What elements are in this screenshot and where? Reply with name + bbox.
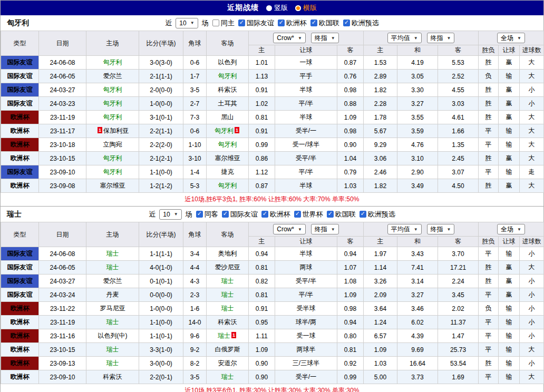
eu-draw-odds-cell: 3.27 [397, 288, 438, 302]
layout-option-vertical[interactable]: 竖版 [266, 3, 288, 13]
filter-option-1[interactable]: 同客 [196, 210, 218, 219]
away-team-name[interactable]: 匈牙利 [218, 182, 237, 189]
filter-option-3[interactable]: 欧洲杯 [261, 210, 290, 219]
away-team-name[interactable]: 瑞士 [221, 373, 234, 380]
score-cell: 2-2(0-1) [139, 370, 183, 384]
away-team-name[interactable]: 匈牙利 [215, 127, 234, 134]
filter-option-3[interactable]: 欧洲杯 [278, 18, 307, 28]
away-team-name[interactable]: 土耳其 [218, 100, 237, 107]
home-team-name[interactable]: 瑞士 [106, 263, 119, 271]
average-select[interactable]: 平均值▼ [387, 224, 422, 234]
subheader-eu-home: 主 [364, 237, 397, 247]
away-team-name[interactable]: 塞尔维亚 [215, 154, 240, 162]
away-team-name[interactable]: 爱沙尼亚 [215, 263, 240, 271]
goals-result-cell: 大 [520, 370, 544, 384]
chevron-down-icon: ▼ [174, 212, 178, 217]
filter-option-4[interactable]: 欧国联 [310, 18, 339, 28]
away-team-name[interactable]: 瑞士 [221, 291, 234, 298]
ah-away-odds-cell: 0.94 [337, 316, 364, 329]
home-team-name[interactable]: 以色列(中) [98, 332, 128, 339]
away-team-name[interactable]: 匈牙利 [218, 72, 237, 80]
fulltime-select[interactable]: 全场▼ [497, 224, 525, 234]
filter-option-2[interactable]: 国际友谊 [222, 210, 258, 219]
filter-option-6[interactable]: 欧洲预选 [360, 210, 395, 219]
handicap-selects: Crow*▼终指▼ [249, 33, 363, 43]
away-team-name[interactable]: 科索沃 [218, 86, 237, 93]
recent-count-select[interactable]: 10▼ [176, 18, 198, 28]
column-header-type: 类型 [1, 222, 39, 247]
filter-option-4[interactable]: 世界杯 [294, 210, 323, 219]
away-team-name[interactable]: 白俄罗斯 [215, 346, 240, 353]
home-team-name[interactable]: 爱尔兰 [103, 277, 122, 285]
result-cell: 负 [479, 70, 499, 83]
away-team-name[interactable]: 安道尔 [218, 359, 237, 367]
handicap-result-cell: 输 [499, 357, 520, 370]
filter-option-1[interactable]: 同主 [212, 18, 235, 28]
home-team-name[interactable]: 匈牙利 [103, 86, 122, 93]
away-team-name[interactable]: 黑山 [221, 113, 234, 121]
date-cell: 24-03-27 [39, 275, 86, 288]
filter-option-5[interactable]: 欧洲预选 [343, 18, 379, 28]
away-team-name[interactable]: 科索沃 [218, 318, 237, 326]
result-cell: 胜 [479, 97, 499, 111]
eu-away-odds-cell: 2.02 [438, 302, 479, 316]
home-team-name[interactable]: 科索沃 [103, 373, 122, 380]
team-section-2: 瑞士近10▼场同客国际友谊欧洲杯世界杯欧国联欧洲预选类型日期主场比分(半场)角球… [1, 206, 543, 392]
bookmaker-select[interactable]: Crow*▼ [273, 224, 306, 234]
fulltime-selects: 全场▼ [479, 224, 543, 234]
home-team-name[interactable]: 匈牙利 [103, 100, 122, 107]
ah-line-cell: 受一/球半 [275, 138, 337, 152]
away-team-cell: 黑山 [207, 111, 249, 124]
eu-home-odds-cell: 6.57 [364, 329, 397, 343]
goals-result-cell: 大 [520, 152, 544, 165]
home-team-name[interactable]: 匈牙利 [103, 113, 122, 121]
filter-option-5[interactable]: 欧国联 [327, 210, 356, 219]
average-select[interactable]: 平均值▼ [387, 33, 422, 43]
europe-final-select[interactable]: 终指▼ [427, 224, 455, 234]
ah-away-odds-cell: 0.80 [337, 329, 364, 343]
home-team-name[interactable]: 瑞士 [106, 346, 119, 353]
home-team-name[interactable]: 瑞士 [106, 359, 119, 367]
ah-home-odds-cell: 0.91 [249, 83, 275, 97]
eu-draw-odds-cell: 4.19 [397, 56, 438, 70]
away-team-name[interactable]: 以色列 [218, 58, 237, 66]
eu-home-odds-cell: 2.28 [364, 97, 397, 111]
fulltime-select[interactable]: 全场▼ [497, 33, 525, 43]
home-team-name[interactable]: 瑞士 [106, 250, 119, 257]
home-team-name[interactable]: 瑞士 [106, 318, 119, 326]
handicap-final-select[interactable]: 终指▼ [311, 224, 339, 234]
europe-final-select[interactable]: 终指▼ [427, 33, 455, 43]
away-team-name[interactable]: 瑞士 [221, 277, 234, 285]
home-team-name[interactable]: 丹麦 [106, 291, 119, 298]
home-team-name[interactable]: 匈牙利 [103, 154, 122, 162]
recent-count-select[interactable]: 10▼ [159, 209, 181, 220]
filter-option-2[interactable]: 国际友谊 [238, 18, 274, 28]
home-team-name[interactable]: 罗马尼亚 [100, 305, 125, 312]
away-team-name[interactable]: 奥地利 [218, 250, 237, 257]
eu-home-odds-cell: 1.24 [364, 316, 397, 329]
ah-away-odds-cell: 0.98 [337, 302, 364, 316]
home-team-name[interactable]: 爱尔兰 [103, 72, 122, 80]
home-team-name[interactable]: 匈牙利 [103, 58, 122, 66]
away-team-name[interactable]: 捷克 [221, 168, 234, 175]
away-team-cell: 爱沙尼亚 [207, 261, 249, 275]
recent-results-page: 近期战绩 竖版 横版 匈牙利近10▼场同主国际友谊欧洲杯欧国联欧洲预选类型日期主… [0, 0, 544, 392]
home-team-name[interactable]: 保加利亚 [103, 127, 129, 134]
layout-option-horizontal[interactable]: 横版 [295, 3, 317, 13]
away-team-name[interactable]: 瑞士 [221, 305, 234, 312]
home-team-name[interactable]: 立陶宛 [103, 141, 122, 148]
radio-label-horizontal: 横版 [303, 3, 317, 13]
handicap-final-select-value: 终指 [315, 34, 327, 43]
away-team-name[interactable]: 匈牙利 [218, 141, 237, 148]
home-team-name[interactable]: 塞尔维亚 [100, 182, 125, 189]
away-team-name[interactable]: 瑞士 [218, 332, 230, 339]
team-section-1: 匈牙利近10▼场同主国际友谊欧洲杯欧国联欧洲预选类型日期主场比分(半场)角球客场… [1, 15, 543, 206]
ah-line-cell: 平/半 [275, 165, 337, 179]
eu-home-odds-cell: 1.14 [364, 261, 397, 275]
home-team-cell: 匈牙利 [86, 152, 139, 165]
bookmaker-select[interactable]: Crow*▼ [273, 33, 306, 43]
ah-home-odds-cell: 0.95 [249, 316, 275, 329]
result-cell: 胜 [479, 275, 499, 288]
home-team-name[interactable]: 匈牙利 [103, 168, 122, 175]
handicap-final-select[interactable]: 终指▼ [311, 33, 339, 43]
